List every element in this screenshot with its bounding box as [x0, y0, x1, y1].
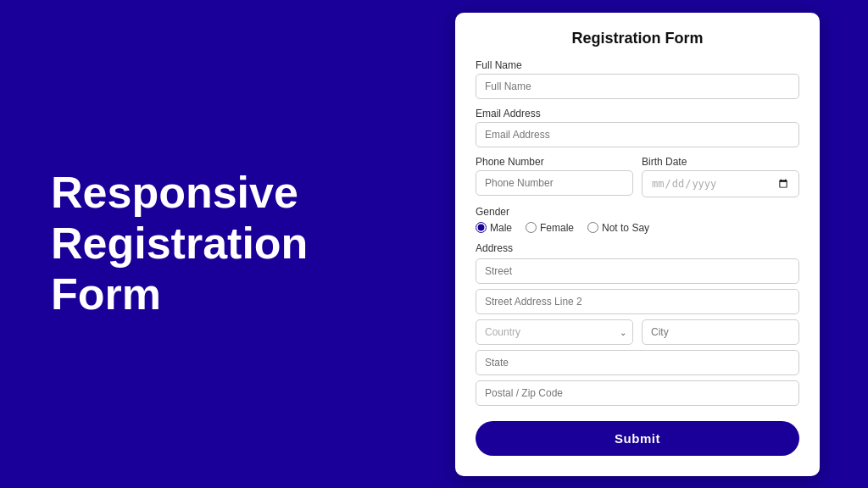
birth-group: Birth Date [642, 156, 799, 197]
phone-birth-row: Phone Number Birth Date [476, 156, 799, 206]
city-group [642, 319, 799, 345]
gender-male-label: Male [490, 222, 512, 234]
street2-group [476, 289, 799, 314]
email-group: Email Address [476, 108, 799, 147]
gender-female-option[interactable]: Female [526, 222, 574, 234]
gender-notsay-option[interactable]: Not to Say [587, 222, 649, 234]
gender-female-label: Female [540, 222, 574, 234]
gender-group: Gender Male Female Not to Say [476, 206, 799, 234]
zip-input[interactable] [476, 380, 799, 406]
phone-group: Phone Number [476, 156, 633, 197]
email-label: Email Address [476, 108, 799, 119]
submit-button[interactable]: Submit [476, 421, 799, 456]
street2-input[interactable] [476, 289, 799, 314]
form-title: Registration Form [476, 30, 799, 47]
full-name-group: Full Name [476, 59, 799, 99]
country-wrapper: Country United States United Kingdom Can… [476, 319, 633, 345]
gender-male-option[interactable]: Male [476, 222, 512, 234]
phone-label: Phone Number [476, 156, 633, 168]
gender-notsay-radio[interactable] [587, 222, 598, 233]
gender-female-radio[interactable] [526, 222, 537, 233]
address-label: Address [476, 242, 799, 254]
gender-label: Gender [476, 206, 799, 218]
gender-male-radio[interactable] [476, 222, 487, 233]
email-input[interactable] [476, 122, 799, 147]
gender-options: Male Female Not to Say [476, 222, 799, 234]
birth-label: Birth Date [642, 156, 799, 168]
country-select[interactable]: Country United States United Kingdom Can… [476, 319, 633, 345]
birth-input[interactable] [642, 170, 799, 197]
state-group [476, 350, 799, 375]
country-city-row: Country United States United Kingdom Can… [476, 319, 799, 345]
left-panel: Responsive Registration Form [0, 0, 407, 488]
street-input[interactable] [476, 258, 799, 284]
phone-input[interactable] [476, 170, 633, 196]
street-group [476, 258, 799, 284]
hero-title: Responsive Registration Form [51, 168, 308, 319]
zip-group [476, 380, 799, 406]
right-panel: Registration Form Full Name Email Addres… [407, 0, 868, 488]
full-name-label: Full Name [476, 59, 799, 71]
full-name-input[interactable] [476, 74, 799, 99]
state-input[interactable] [476, 350, 799, 375]
gender-notsay-label: Not to Say [602, 222, 649, 234]
form-card: Registration Form Full Name Email Addres… [455, 13, 820, 476]
city-input[interactable] [642, 319, 799, 345]
